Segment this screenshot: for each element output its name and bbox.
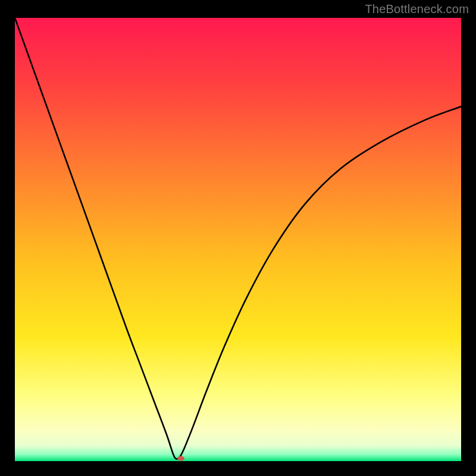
minimum-marker bbox=[177, 456, 184, 461]
plot-background bbox=[15, 18, 461, 461]
chart-svg bbox=[15, 18, 461, 461]
plot-area bbox=[15, 18, 461, 461]
chart-frame: TheBottleneck.com bbox=[0, 0, 476, 476]
attribution-label: TheBottleneck.com bbox=[365, 2, 469, 16]
